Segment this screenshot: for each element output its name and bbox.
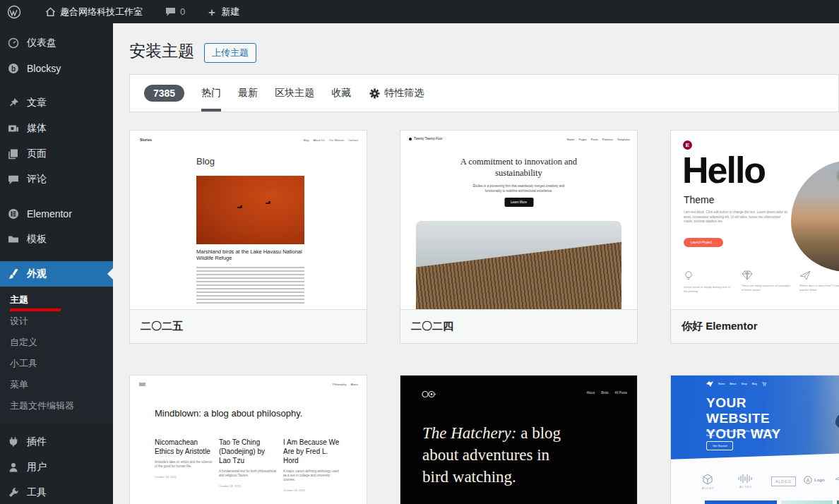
diamond-icon: [742, 270, 753, 280]
theme-count-badge: 7385: [144, 85, 184, 102]
sidebar-item-pages[interactable]: 页面: [0, 141, 113, 167]
placeholder-body-text: [196, 267, 304, 306]
theme-screenshot: PhilosophyAbout Mindblown: a blog about …: [130, 376, 367, 504]
sidebar-item-plugins[interactable]: 插件: [0, 429, 113, 455]
comments-shortcut[interactable]: 0: [158, 0, 192, 23]
tab-block-themes[interactable]: 区块主题: [275, 75, 314, 112]
tab-latest[interactable]: 最新: [238, 75, 258, 112]
preview-plant: [830, 162, 839, 190]
preview-post: I Am Because We Are by Fred L. Hord A ma…: [283, 438, 341, 492]
sidebar-item-appearance[interactable]: 外观: [0, 261, 113, 287]
sidebar-item-comments[interactable]: 评论: [0, 167, 113, 192]
sidebar-item-posts[interactable]: 文章: [0, 90, 113, 116]
svg-text:A: A: [807, 478, 810, 483]
appearance-brush-icon: [7, 268, 20, 280]
folder-icon: [7, 233, 20, 246]
preview-logo-strip: ALOGO ALOGO ALOGO A Logo: [671, 464, 839, 500]
feature-filter-toggle[interactable]: 特性筛选: [369, 87, 424, 100]
dashboard-icon: [7, 37, 20, 49]
preview-hero: HomeAboutShopBlog YOUR WEBSITE YOUR WAY …: [671, 376, 839, 464]
theme-name: 二〇二四: [400, 309, 637, 343]
preview-cta-button: Learn More: [504, 198, 533, 207]
upload-theme-button[interactable]: 上传主题: [204, 43, 256, 63]
submenu-item-menus[interactable]: 菜单: [0, 374, 113, 395]
soundwave-logo-icon: [738, 474, 754, 484]
submenu-item-design[interactable]: 设计: [0, 311, 113, 332]
sidebar-item-dashboard[interactable]: 仪表盘: [0, 30, 113, 56]
wordpress-logo-icon[interactable]: [0, 0, 28, 23]
tab-popular[interactable]: 热门: [201, 75, 221, 112]
home-icon: [45, 7, 56, 17]
pushpin-icon: [7, 97, 20, 109]
theme-screenshot: Stories BlogAbout UsOur MissionContact B…: [130, 131, 367, 309]
active-menu-arrow: [107, 268, 113, 280]
preview-post: Tao Te Ching (Daodejing) by Lao Tzu A fu…: [219, 438, 277, 488]
theme-card-kadence[interactable]: HomeAboutShopBlog YOUR WEBSITE YOUR WAY …: [670, 375, 839, 504]
new-label: 新建: [221, 6, 239, 18]
theme-card-twenty-twenty-three[interactable]: PhilosophyAbout Mindblown: a blog about …: [129, 375, 367, 504]
gear-icon: [369, 88, 380, 99]
sidebar-item-blocksy[interactable]: b Blocksy: [0, 56, 113, 81]
brand-dot: [409, 138, 412, 140]
svg-text:b: b: [11, 65, 16, 73]
comment-bubble-icon: [165, 7, 176, 16]
admin-bar: 趣合网络科技工作室 0 ＋ 新建: [0, 0, 839, 23]
user-icon: [7, 461, 20, 474]
new-content-menu[interactable]: ＋ 新建: [199, 0, 246, 23]
circle-a-logo-icon: A: [804, 476, 812, 484]
plugin-icon: [7, 436, 20, 448]
preview-photo-birds: [196, 176, 304, 244]
cart-icon: [762, 382, 766, 386]
site-name: 趣合网络科技工作室: [60, 6, 143, 18]
preview-product-tiles: SALE: [671, 500, 839, 504]
preview-photo-architecture: [416, 221, 621, 309]
page-title: 安装主题: [129, 41, 194, 61]
theme-grid: Stories BlogAbout UsOur MissionContact B…: [129, 130, 839, 504]
submenu-item-widgets[interactable]: 小工具: [0, 353, 113, 374]
theme-screenshot: E Hello Theme I am text block. Click edi…: [671, 131, 839, 309]
sidebar-item-templates[interactable]: 模板: [0, 227, 113, 252]
submenu-item-customize[interactable]: 自定义: [0, 332, 113, 353]
theme-screenshot: HomeAboutShopBlog YOUR WEBSITE YOUR WAY …: [671, 376, 839, 504]
preview-site-logo: [706, 381, 713, 387]
blocksy-icon: b: [7, 62, 20, 75]
paper-plane-icon: [799, 270, 811, 280]
appearance-submenu: 主题 设计 自定义 小工具 菜单 主题文件编辑器: [0, 287, 113, 424]
alogo-box: ALOGO: [771, 476, 796, 486]
sidebar-item-users[interactable]: 用户: [0, 455, 113, 480]
submenu-item-themes[interactable]: 主题: [0, 289, 113, 311]
sidebar-item-media[interactable]: 媒体: [0, 116, 113, 141]
theme-screenshot: Twenty Twenty-Four HomePagesPostsPattern…: [400, 131, 637, 309]
theme-name: 你好 Elementor: [671, 309, 839, 343]
theme-card-twenty-twenty-two[interactable]: AboutBirdsAll Posts The Hatchery: a blog…: [400, 375, 638, 504]
wrench-icon: [7, 486, 20, 499]
comment-count: 0: [180, 6, 185, 17]
preview-post: Nicomachean Ethics by Aristotle Aristotl…: [155, 438, 213, 479]
theme-screenshot: AboutBirdsAll Posts The Hatchery: a blog…: [400, 376, 637, 504]
pages-icon: [7, 148, 20, 160]
admin-sidebar: 仪表盘 b Blocksy 文章 媒体 页面 评论 Elementor 模板 外…: [0, 23, 113, 504]
preview-cta-button: Launch Project →: [684, 238, 723, 247]
elementor-icon: [7, 208, 20, 220]
plane-logo-icon: [835, 474, 839, 483]
theme-name: 二〇二五: [130, 309, 367, 343]
submenu-item-theme-file-editor[interactable]: 主题文件编辑器: [0, 395, 113, 416]
theme-filter-bar: 7385 热门 最新 区块主题 收藏 特性筛选: [129, 74, 839, 112]
theme-card-twenty-twenty-four[interactable]: Twenty Twenty-Four HomePagesPostsPattern…: [400, 130, 638, 344]
theme-card-twenty-twenty-five[interactable]: Stories BlogAbout UsOur MissionContact B…: [129, 130, 367, 344]
theme-card-hello-elementor[interactable]: E Hello Theme I am text block. Click edi…: [670, 130, 839, 344]
cube-logo-icon: [702, 474, 713, 485]
media-icon: [7, 122, 20, 135]
page-header: 安装主题 上传主题: [113, 23, 839, 63]
plus-icon: ＋: [206, 6, 217, 17]
lightbulb-icon: [684, 270, 694, 282]
main-content: 安装主题 上传主题 7385 热门 最新 区块主题 收藏 特性筛选 Storie…: [113, 23, 839, 504]
tab-favorites[interactable]: 收藏: [331, 75, 351, 112]
visit-site-link[interactable]: 趣合网络科技工作室: [38, 0, 150, 23]
sidebar-item-tools[interactable]: 工具: [0, 480, 113, 504]
comments-icon: [7, 173, 20, 186]
preview-cta-button: Get Started: [706, 441, 733, 450]
sidebar-item-elementor[interactable]: Elementor: [0, 201, 113, 227]
bird-logo-icon: [422, 390, 436, 398]
preview-site-logo: [139, 383, 145, 386]
